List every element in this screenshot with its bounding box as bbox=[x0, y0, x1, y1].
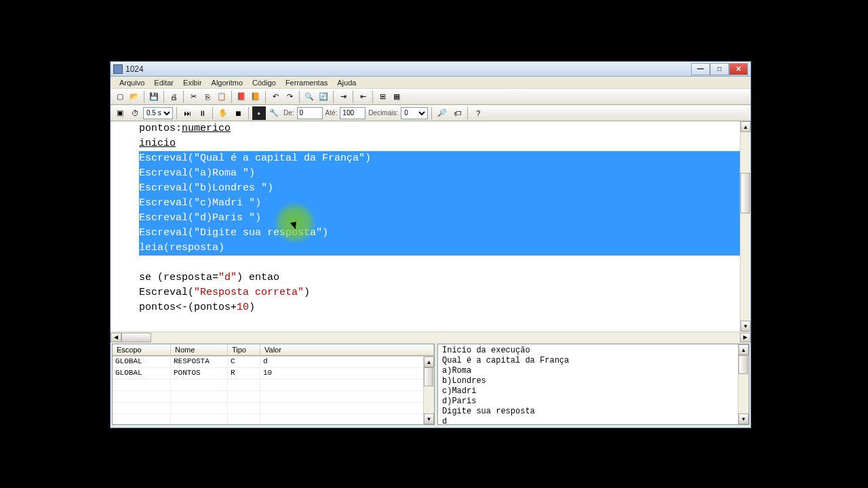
speed-select[interactable]: 0.5 s bbox=[143, 107, 173, 119]
decimais-label: Decimais: bbox=[368, 109, 398, 117]
new-file-icon[interactable]: ▢ bbox=[113, 90, 127, 104]
code-line[interactable]: Escreval("b)Londres ") bbox=[139, 181, 747, 196]
menubar: Arquivo Editar Exibir Algoritmo Código F… bbox=[111, 77, 751, 89]
app-window: 1024 — □ ✕ Arquivo Editar Exibir Algorit… bbox=[110, 61, 751, 428]
output-line: a)Roma bbox=[442, 366, 745, 376]
code-vscroll[interactable]: ▲ ▼ bbox=[740, 121, 751, 331]
code-line[interactable]: se (resposta="d") entao bbox=[139, 270, 751, 285]
hand-icon[interactable]: ✋ bbox=[216, 106, 230, 120]
table-row[interactable]: GLOBALPONTOSR10 bbox=[113, 368, 434, 380]
output-body[interactable]: Início da execuçãoQual é a capital da Fr… bbox=[438, 344, 749, 424]
save-icon[interactable]: 💾 bbox=[147, 90, 161, 104]
code-line[interactable]: Escreval("c)Madri ") bbox=[139, 196, 747, 211]
menu-editar[interactable]: Editar bbox=[149, 77, 178, 88]
output-line: d bbox=[442, 417, 745, 424]
code-line[interactable]: leia(resposta) bbox=[139, 241, 747, 256]
grid-icon[interactable]: ⊞ bbox=[376, 90, 389, 104]
code-line[interactable]: Escreval("a)Roma ") bbox=[139, 166, 747, 181]
menu-algoritmo[interactable]: Algoritmo bbox=[207, 77, 248, 88]
col-valor[interactable]: Valor bbox=[260, 344, 434, 356]
outdent-icon[interactable]: ⇤ bbox=[356, 90, 370, 104]
book-icon[interactable]: 📕 bbox=[235, 90, 248, 104]
scroll-up-icon[interactable]: ▲ bbox=[424, 357, 434, 367]
cut-icon[interactable]: ✂ bbox=[186, 90, 200, 104]
window-buttons: — □ ✕ bbox=[691, 63, 748, 75]
output-line: Qual é a capital da França bbox=[442, 356, 745, 366]
table-row[interactable] bbox=[113, 380, 434, 391]
code-line[interactable]: pontos:numerico bbox=[139, 121, 751, 136]
menu-arquivo[interactable]: Arquivo bbox=[115, 77, 149, 88]
copy-icon[interactable]: ⎘ bbox=[201, 90, 214, 104]
scroll-up-icon[interactable]: ▲ bbox=[741, 121, 751, 132]
code-hscroll[interactable]: ◀ ▶ bbox=[111, 331, 751, 342]
redo-icon[interactable]: ↷ bbox=[283, 90, 296, 104]
print-icon[interactable]: 🖨 bbox=[167, 90, 180, 104]
book2-icon[interactable]: 📙 bbox=[249, 90, 262, 104]
output-line: Digite sua resposta bbox=[442, 407, 745, 417]
console-icon[interactable]: ▪ bbox=[252, 106, 266, 120]
ate-label: Até: bbox=[326, 109, 338, 117]
scroll-down-icon[interactable]: ▼ bbox=[424, 413, 434, 424]
code-line[interactable] bbox=[139, 256, 751, 270]
bottom-panels: Escopo Nome Tipo Valor GLOBALRESPOSTACdG… bbox=[111, 342, 751, 426]
wrench-icon[interactable]: 🔧 bbox=[267, 106, 281, 120]
replace-icon[interactable]: 🔄 bbox=[317, 90, 330, 104]
table-row[interactable] bbox=[113, 414, 434, 424]
scroll-thumb[interactable] bbox=[424, 367, 433, 386]
pause-icon[interactable]: ⏸ bbox=[195, 106, 209, 120]
tag-icon[interactable]: 🏷 bbox=[450, 106, 464, 120]
code-line[interactable]: Escreval("Qual é a capital da França") bbox=[139, 151, 747, 166]
scroll-left-icon[interactable]: ◀ bbox=[111, 333, 121, 342]
scroll-thumb[interactable] bbox=[741, 173, 750, 214]
table-icon[interactable]: ▦ bbox=[390, 90, 403, 104]
maximize-button[interactable]: □ bbox=[710, 63, 729, 75]
output-vscroll[interactable]: ▲ ▼ bbox=[738, 344, 749, 424]
scroll-down-icon[interactable]: ▼ bbox=[741, 321, 751, 331]
scroll-thumb[interactable] bbox=[738, 355, 748, 374]
minimize-button[interactable]: — bbox=[691, 63, 710, 75]
timer-icon[interactable]: ⏱ bbox=[128, 106, 142, 120]
ate-input[interactable] bbox=[340, 107, 366, 119]
toolbar-debug: ▣ ⏱ 0.5 s ⏭ ⏸ ✋ ⏹ ▪ 🔧 De: Até: Decimais:… bbox=[111, 105, 751, 121]
find-icon[interactable]: 🔍 bbox=[302, 90, 316, 104]
indent-icon[interactable]: ⇥ bbox=[336, 90, 350, 104]
code-line[interactable]: pontos<-(pontos+10) bbox=[139, 300, 751, 315]
decimais-select[interactable]: 0 bbox=[401, 107, 428, 119]
menu-codigo[interactable]: Código bbox=[248, 77, 281, 88]
menu-ferramentas[interactable]: Ferramentas bbox=[281, 77, 332, 88]
undo-icon[interactable]: ↶ bbox=[269, 90, 282, 104]
hscroll-thumb[interactable] bbox=[121, 333, 151, 342]
de-input[interactable] bbox=[297, 107, 323, 119]
code-editor[interactable]: pontos:numericoinicioEscreval("Qual é a … bbox=[111, 121, 751, 331]
col-escopo[interactable]: Escopo bbox=[113, 344, 171, 356]
output-line: c)Madri bbox=[442, 386, 745, 396]
close-button[interactable]: ✕ bbox=[729, 63, 748, 75]
output-line: d)Paris bbox=[442, 396, 745, 407]
table-row[interactable]: GLOBALRESPOSTACd bbox=[113, 357, 434, 368]
variables-panel: Escopo Nome Tipo Valor GLOBALRESPOSTACdG… bbox=[112, 344, 435, 425]
col-tipo[interactable]: Tipo bbox=[228, 344, 260, 356]
scroll-right-icon[interactable]: ▶ bbox=[740, 333, 751, 342]
menu-ajuda[interactable]: Ajuda bbox=[332, 77, 361, 88]
code-line[interactable]: inicio bbox=[139, 136, 751, 151]
run-icon[interactable]: ▣ bbox=[113, 106, 127, 120]
code-line[interactable]: Escreval("Digite sua resposta") bbox=[139, 226, 747, 241]
table-row[interactable] bbox=[113, 403, 434, 414]
output-line: Início da execução bbox=[442, 346, 745, 356]
stop-icon[interactable]: ⏹ bbox=[231, 106, 245, 120]
variables-body[interactable]: GLOBALRESPOSTACdGLOBALPONTOSR10 bbox=[113, 357, 434, 424]
step-icon[interactable]: ⏭ bbox=[180, 106, 194, 120]
open-file-icon[interactable]: 📂 bbox=[127, 90, 141, 104]
table-row[interactable] bbox=[113, 391, 434, 403]
titlebar[interactable]: 1024 — □ ✕ bbox=[111, 62, 751, 77]
code-line[interactable]: Escreval("d)Paris ") bbox=[139, 211, 747, 226]
scroll-up-icon[interactable]: ▲ bbox=[738, 344, 749, 355]
help-icon[interactable]: ? bbox=[471, 106, 485, 120]
menu-exibir[interactable]: Exibir bbox=[178, 77, 207, 88]
col-nome[interactable]: Nome bbox=[171, 344, 228, 356]
vars-vscroll[interactable]: ▲ ▼ bbox=[423, 357, 434, 424]
zoom-icon[interactable]: 🔎 bbox=[435, 106, 449, 120]
scroll-down-icon[interactable]: ▼ bbox=[738, 413, 749, 424]
code-line[interactable]: Escreval("Resposta correta") bbox=[139, 285, 751, 300]
paste-icon[interactable]: 📋 bbox=[215, 90, 229, 104]
